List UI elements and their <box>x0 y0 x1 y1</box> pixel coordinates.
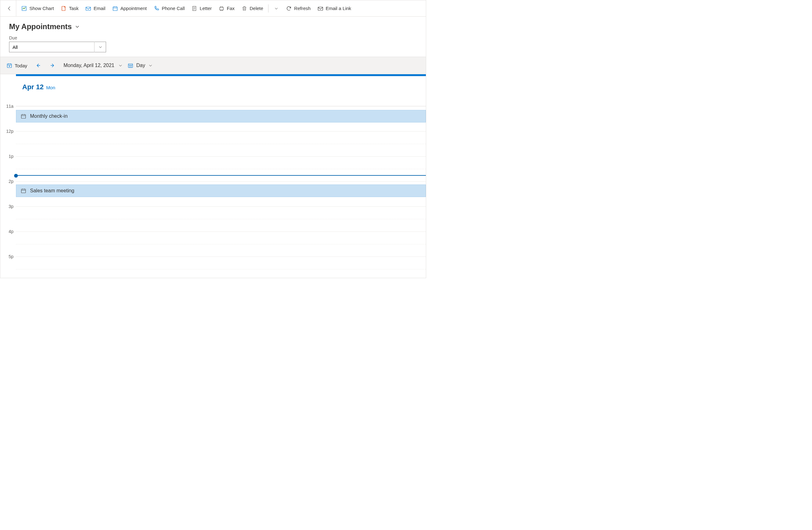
calendar-icon <box>21 113 26 119</box>
appointment-title: Monthly check-in <box>30 113 68 119</box>
time-label: 11a <box>6 104 13 109</box>
phone-icon <box>154 6 159 11</box>
halfhour-gridline <box>16 144 426 144</box>
phone-call-button[interactable]: Phone Call <box>150 3 188 14</box>
arrow-right-icon <box>50 62 55 68</box>
hour-gridline <box>16 181 426 182</box>
halfhour-gridline <box>16 169 426 169</box>
letter-icon <box>191 6 197 11</box>
appointment[interactable]: Sales team meeting <box>16 184 426 197</box>
email-link-label: Email a Link <box>326 6 351 11</box>
time-label: 12p <box>6 129 13 134</box>
time-grid: 11a12p1p2p3p4p5p Monthly check-inSales t… <box>0 106 426 276</box>
view-header: My Appointments <box>0 17 426 34</box>
chevron-down-icon <box>118 63 123 68</box>
today-label: Today <box>15 63 27 68</box>
email-icon <box>85 6 91 11</box>
chevron-down-icon <box>75 24 80 29</box>
svg-rect-10 <box>21 115 26 118</box>
appointment-label: Appointment <box>120 6 147 11</box>
email-link-button[interactable]: Email a Link <box>315 3 354 14</box>
prev-button[interactable] <box>32 60 45 71</box>
view-mode-label: Day <box>136 62 145 68</box>
due-filter-select[interactable]: All <box>9 42 106 52</box>
fax-icon <box>219 6 224 11</box>
letter-button[interactable]: Letter <box>188 3 215 14</box>
next-button[interactable] <box>46 60 59 71</box>
refresh-label: Refresh <box>294 6 311 11</box>
time-label: 2p <box>9 179 13 184</box>
date-label: Monday, April 12, 2021 <box>63 62 114 68</box>
time-label: 1p <box>9 154 13 159</box>
calendar-view-icon <box>128 62 133 68</box>
svg-rect-8 <box>9 66 10 67</box>
halfhour-gridline <box>16 269 426 269</box>
arrow-left-icon <box>6 6 12 11</box>
time-label: 4p <box>9 229 13 234</box>
hour-gridline <box>16 156 426 157</box>
delete-label: Delete <box>250 6 263 11</box>
refresh-icon <box>286 6 292 11</box>
svg-rect-2 <box>86 7 91 10</box>
svg-rect-5 <box>220 8 223 10</box>
task-button[interactable]: Task <box>58 3 82 14</box>
due-filter[interactable]: All <box>9 42 106 52</box>
hour-gridline <box>16 106 426 107</box>
show-chart-label: Show Chart <box>29 6 54 11</box>
hour-gridline <box>16 232 426 232</box>
chevron-down-icon <box>274 6 279 11</box>
email-label: Email <box>93 6 105 11</box>
time-column: 11a12p1p2p3p4p5p <box>0 106 16 276</box>
hour-gridline <box>16 256 426 257</box>
halfhour-gridline <box>16 219 426 219</box>
view-title-label: My Appointments <box>9 22 72 31</box>
time-label: 3p <box>9 204 13 209</box>
refresh-button[interactable]: Refresh <box>283 3 314 14</box>
svg-rect-6 <box>318 7 323 10</box>
time-label: 5p <box>9 254 13 259</box>
letter-label: Letter <box>200 6 212 11</box>
svg-rect-3 <box>113 6 117 10</box>
time-slots[interactable]: Monthly check-inSales team meeting <box>16 106 426 276</box>
task-icon <box>61 6 66 11</box>
email-link-icon <box>318 6 323 11</box>
appointment-button[interactable]: Appointment <box>109 3 150 14</box>
overflow-button[interactable] <box>270 3 282 14</box>
svg-rect-9 <box>128 64 133 68</box>
arrow-left-icon <box>35 62 41 68</box>
command-bar: Show Chart Task Email Appointment Phone … <box>0 0 426 17</box>
day-header-date: Apr 12 <box>22 83 43 91</box>
hour-gridline <box>16 206 426 207</box>
email-button[interactable]: Email <box>82 3 108 14</box>
back-button[interactable] <box>3 0 16 16</box>
appointment-title: Sales team meeting <box>30 188 74 194</box>
phone-call-label: Phone Call <box>162 6 185 11</box>
delete-button[interactable]: Delete <box>238 3 266 14</box>
view-selector[interactable]: My Appointments <box>9 22 417 31</box>
today-button[interactable]: Today <box>3 60 30 71</box>
task-label: Task <box>69 6 78 11</box>
toolbar-divider <box>268 4 269 13</box>
date-picker[interactable]: Monday, April 12, 2021 <box>60 62 124 68</box>
filter-row: Due All <box>0 34 426 57</box>
view-mode-picker[interactable]: Day <box>126 62 155 68</box>
day-header[interactable]: Apr 12 Mon <box>16 76 426 106</box>
fax-button[interactable]: Fax <box>216 3 238 14</box>
svg-rect-11 <box>21 189 26 193</box>
show-chart-button[interactable]: Show Chart <box>18 3 57 14</box>
fax-label: Fax <box>227 6 235 11</box>
calendar-nav-bar: Today Monday, April 12, 2021 Day <box>0 57 426 74</box>
current-time-indicator <box>16 175 426 176</box>
calendar-icon <box>112 6 118 11</box>
day-header-dow: Mon <box>46 85 55 90</box>
current-time-dot <box>14 174 18 178</box>
due-filter-label: Due <box>9 36 417 40</box>
chart-icon <box>21 6 27 11</box>
chevron-down-icon <box>148 63 153 68</box>
calendar-icon <box>21 188 26 194</box>
appointment[interactable]: Monthly check-in <box>16 110 426 123</box>
calendar-today-icon <box>6 62 12 68</box>
calendar-body: Apr 12 Mon 11a12p1p2p3p4p5p Monthly chec… <box>0 74 426 276</box>
hour-gridline <box>16 131 426 131</box>
trash-icon <box>242 6 247 11</box>
